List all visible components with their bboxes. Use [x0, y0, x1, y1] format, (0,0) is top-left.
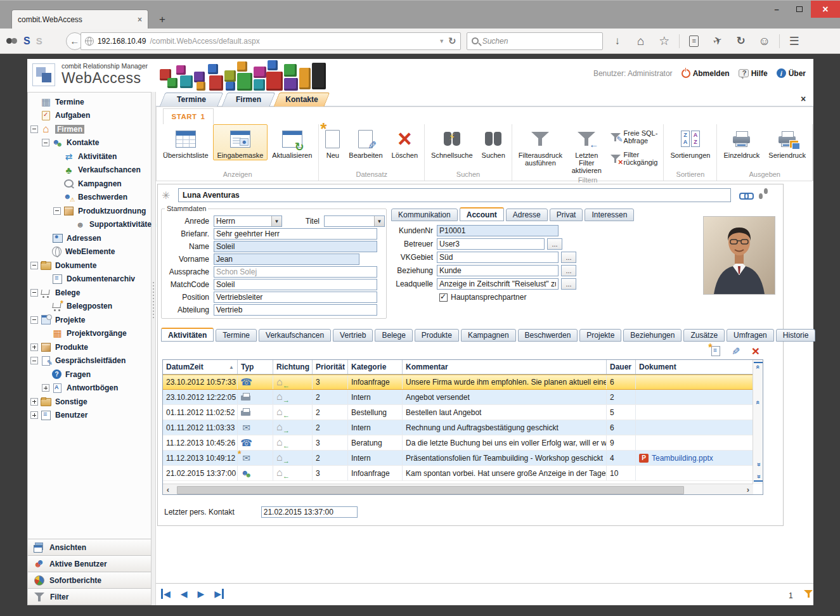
- briefanrede-field[interactable]: [214, 228, 377, 240]
- column-richtung[interactable]: Richtung: [273, 360, 313, 374]
- collapse-icon[interactable]: [42, 139, 49, 146]
- expand-icon[interactable]: [30, 343, 38, 351]
- vkgebiet-lookup-button[interactable]: ...: [561, 252, 576, 263]
- clipboard-icon[interactable]: [685, 32, 703, 50]
- detail-tab-beziehungen[interactable]: Beziehungen: [623, 329, 682, 342]
- sidebar-item-benutzer[interactable]: Benutzer: [28, 409, 151, 423]
- detail-tab-beschwerden[interactable]: Beschwerden: [518, 329, 578, 342]
- freie-sql-button[interactable]: Freie SQL-Abfrage: [611, 129, 658, 144]
- detail-tab-verkaufschancen[interactable]: Verkaufschancen: [259, 329, 331, 342]
- expand-icon[interactable]: [30, 411, 38, 419]
- table-row[interactable]: 23.10.2012 10:57:33 3 Infoanfrage Unsere…: [163, 375, 763, 390]
- detail-tab-kampagnen[interactable]: Kampagnen: [461, 329, 516, 342]
- url-bar[interactable]: 192.168.10.49/combit.WebAccess/default.a…: [81, 32, 461, 50]
- abteilung-field[interactable]: [214, 304, 377, 316]
- record-options-icon[interactable]: [162, 189, 170, 202]
- edit-activity-icon[interactable]: [732, 345, 740, 357]
- table-row[interactable]: 01.11.2012 11:03:33 2 Intern Rechnung un…: [163, 420, 763, 435]
- collapse-icon[interactable]: [30, 262, 38, 269]
- logout-button[interactable]: Abmelden: [682, 69, 730, 78]
- scroll-left-button[interactable]: ‹: [163, 484, 173, 494]
- column-prioritaet[interactable]: Priorität: [313, 360, 348, 374]
- sidebar-item-projektvorgaenge[interactable]: Projektvorgänge: [28, 327, 151, 341]
- tab-adresse[interactable]: Adresse: [506, 209, 548, 221]
- tab-account[interactable]: Account: [460, 207, 504, 221]
- first-record-button[interactable]: [161, 589, 171, 599]
- downloads-icon[interactable]: [609, 32, 626, 50]
- aussprache-field[interactable]: [214, 266, 377, 278]
- last-contact-field[interactable]: [261, 506, 358, 518]
- schnellsuche-button[interactable]: Schnellsuche: [427, 124, 477, 160]
- detail-tab-umfragen[interactable]: Umfragen: [727, 329, 774, 342]
- window-minimize-button[interactable]: [765, 1, 788, 18]
- filterausdruck-button[interactable]: Filterausdruck ausführen: [514, 124, 567, 168]
- view-tab-kontakte[interactable]: Kontakte: [276, 93, 327, 106]
- sidebar-item-gespraechsleitfaeden[interactable]: Gesprächsleitfäden: [28, 354, 151, 368]
- collapse-icon[interactable]: [30, 125, 38, 133]
- tab-privat[interactable]: Privat: [550, 209, 583, 221]
- extension-icon[interactable]: [6, 37, 18, 46]
- home-icon[interactable]: [632, 32, 650, 50]
- next-record-button[interactable]: [198, 589, 205, 599]
- sidebar-item-fragen[interactable]: Fragen: [28, 368, 151, 382]
- horizontal-scrollbar[interactable]: ‹ ›: [163, 484, 753, 494]
- kundennr-field[interactable]: [437, 225, 559, 236]
- tab-close-icon[interactable]: [138, 15, 142, 24]
- ribbon-tab-start[interactable]: START1: [163, 108, 214, 124]
- letzter-filter-button[interactable]: Letzten Filter aktivieren: [567, 124, 607, 176]
- detail-tab-belege[interactable]: Belege: [375, 329, 412, 342]
- scroll-right-button[interactable]: ›: [743, 484, 753, 494]
- beziehung-field[interactable]: [437, 265, 559, 276]
- sidebar-item-dokumentenarchiv[interactable]: Dokumentenarchiv: [28, 273, 151, 286]
- previous-record-button[interactable]: [181, 589, 188, 599]
- anrede-select[interactable]: Herrn: [214, 215, 282, 227]
- send-icon[interactable]: [709, 32, 727, 50]
- sidebar-splitter[interactable]: [152, 92, 156, 605]
- bearbeiten-button[interactable]: Bearbeiten: [344, 124, 387, 160]
- betreuer-lookup-button[interactable]: ...: [547, 238, 562, 250]
- sidebar-item-termine[interactable]: Termine: [28, 95, 151, 109]
- detail-tab-termine[interactable]: Termine: [216, 329, 257, 342]
- search-input[interactable]: [482, 37, 584, 46]
- sidebar-item-kampagnen[interactable]: Kampagnen: [28, 177, 151, 191]
- sidebar-item-aufgaben[interactable]: Aufgaben: [28, 109, 151, 123]
- uebersichtsliste-button[interactable]: Übersichtsliste: [158, 124, 213, 160]
- about-button[interactable]: Über: [777, 68, 806, 78]
- footer-filter-icon[interactable]: [804, 589, 813, 598]
- seriendruck-button[interactable]: Seriendruck: [764, 124, 810, 160]
- sidebar-item-webelemente[interactable]: WebElemente: [28, 245, 151, 259]
- view-tab-termine[interactable]: Termine: [162, 93, 221, 106]
- collapse-icon[interactable]: [30, 316, 38, 324]
- column-typ[interactable]: Typ: [238, 360, 273, 374]
- sidebar-item-aktivitaeten[interactable]: Aktivitäten: [28, 150, 151, 164]
- url-dropdown-icon[interactable]: [439, 38, 444, 44]
- table-row[interactable]: 11.12.2013 10:45:26 3 Beratung Da die le…: [163, 435, 763, 451]
- column-dauer[interactable]: Dauer: [607, 360, 636, 374]
- detail-tab-zusaetze[interactable]: Zusätze: [683, 329, 725, 342]
- tab-kommunikation[interactable]: Kommunikation: [391, 209, 458, 221]
- column-kategorie[interactable]: Kategorie: [348, 360, 403, 374]
- history-icon[interactable]: [732, 32, 750, 50]
- feedback-smiley-icon[interactable]: [756, 32, 773, 50]
- hauptansprechpartner-checkbox[interactable]: [439, 293, 448, 302]
- column-datumzeit[interactable]: DatumZeit: [163, 360, 238, 374]
- dropdown-arrow-icon[interactable]: [271, 216, 281, 226]
- sidebar-item-adressen[interactable]: Adressen: [28, 231, 151, 245]
- new-tab-button[interactable]: [153, 12, 171, 27]
- hamburger-menu-icon[interactable]: [785, 32, 803, 50]
- panel-ansichten[interactable]: Ansichten: [28, 539, 151, 555]
- browser-search-box[interactable]: [467, 32, 603, 50]
- detail-tab-historie[interactable]: Historie: [776, 329, 816, 342]
- sidebar-item-belegposten[interactable]: Belegposten: [28, 300, 151, 314]
- titel-select[interactable]: [324, 215, 385, 227]
- collapse-icon[interactable]: [30, 357, 38, 364]
- eingabemaske-button[interactable]: Eingabemaske: [213, 124, 268, 160]
- column-kommentar[interactable]: Kommentar: [403, 360, 607, 374]
- sidebar-item-dokumente[interactable]: Dokumente: [28, 259, 151, 273]
- view-tab-firmen[interactable]: Firmen: [224, 93, 273, 106]
- extension-s-disabled-icon[interactable]: S: [36, 35, 42, 46]
- close-view-icon[interactable]: [798, 94, 808, 104]
- sidebar-item-firmen[interactable]: Firmen: [28, 122, 151, 136]
- scrollbar-thumb[interactable]: [177, 486, 684, 494]
- detail-tab-projekte[interactable]: Projekte: [579, 329, 621, 342]
